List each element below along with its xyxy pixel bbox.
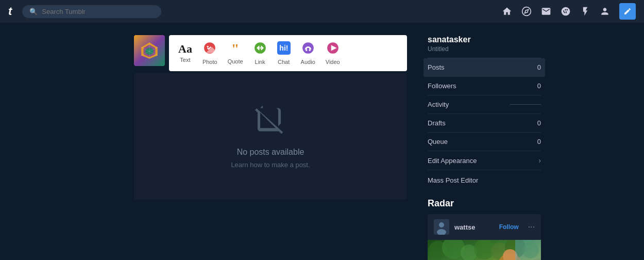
- radar-section: Radar wattse Follow ···: [428, 198, 541, 260]
- post-type-text[interactable]: Aa Text: [178, 43, 192, 63]
- svg-point-9: [207, 46, 209, 47]
- stat-row-followers[interactable]: Followers 0: [428, 77, 541, 95]
- svg-rect-31: [515, 240, 541, 260]
- svg-marker-1: [524, 9, 528, 13]
- stat-value-queue: 0: [537, 138, 541, 145]
- video-post-icon: [326, 41, 340, 57]
- radar-title: Radar: [428, 198, 541, 209]
- stat-row-queue[interactable]: Queue 0: [428, 133, 541, 151]
- top-navigation: t 🔍: [0, 0, 644, 23]
- text-post-label: Text: [180, 57, 190, 63]
- radar-image: [428, 240, 541, 260]
- smiley-icon[interactable]: [561, 6, 571, 17]
- radar-user-avatar: [434, 219, 449, 235]
- chat-post-label: Chat: [278, 59, 290, 65]
- search-bar-container[interactable]: 🔍: [22, 5, 161, 18]
- post-type-photo[interactable]: Photo: [202, 41, 217, 65]
- radar-username: wattse: [454, 223, 494, 231]
- envelope-icon[interactable]: [541, 6, 551, 17]
- stat-value-posts: 0: [537, 63, 541, 71]
- svg-point-19: [439, 222, 444, 228]
- center-column: Aa Text Photo " Quote Link: [134, 35, 407, 260]
- radar-card: wattse Follow ···: [428, 214, 541, 260]
- stat-value-drafts: 0: [537, 119, 541, 127]
- stat-label-queue: Queue: [428, 138, 448, 145]
- no-posts-title: No posts available: [237, 148, 304, 157]
- no-posts-area: No posts available Learn how to make a p…: [134, 73, 407, 200]
- post-type-audio[interactable]: Audio: [301, 41, 315, 65]
- svg-point-13: [302, 42, 314, 54]
- audio-post-label: Audio: [301, 59, 315, 65]
- stat-label-drafts: Drafts: [428, 119, 446, 127]
- compose-icon[interactable]: [619, 3, 636, 20]
- tumblr-logo[interactable]: t: [8, 5, 12, 18]
- post-type-chat[interactable]: hi! Chat: [277, 41, 291, 65]
- stat-label-activity: Activity: [428, 101, 449, 108]
- stat-row-drafts[interactable]: Drafts 0: [428, 114, 541, 133]
- blog-avatar[interactable]: [134, 35, 165, 66]
- stat-row-posts[interactable]: Posts 0: [423, 58, 545, 77]
- mass-post-editor-label: Mass Post Editor: [428, 176, 478, 184]
- blog-subtitle: Untitled: [428, 45, 541, 53]
- activity-chart-line: [510, 104, 541, 105]
- post-type-video[interactable]: Video: [326, 41, 340, 65]
- text-post-icon: Aa: [178, 43, 192, 55]
- chat-post-icon: hi!: [277, 41, 291, 57]
- svg-text:hi!: hi!: [279, 44, 288, 52]
- link-post-label: Link: [255, 59, 265, 65]
- photo-post-icon: [203, 41, 216, 57]
- post-type-link[interactable]: Link: [253, 41, 267, 65]
- radar-user-row: wattse Follow ···: [428, 214, 541, 240]
- right-sidebar: sanatasker Untitled Posts 0 Followers 0 …: [428, 35, 541, 260]
- follow-button[interactable]: Follow: [499, 223, 519, 231]
- person-icon[interactable]: [600, 6, 610, 17]
- no-posts-icon: [255, 104, 286, 141]
- photo-post-label: Photo: [202, 59, 217, 65]
- edit-appearance-row[interactable]: Edit Appearance ›: [428, 151, 541, 170]
- blog-header-row: Aa Text Photo " Quote Link: [134, 35, 407, 71]
- compass-icon[interactable]: [521, 6, 532, 17]
- stat-label-followers: Followers: [428, 82, 456, 90]
- stat-row-activity[interactable]: Activity: [428, 95, 541, 114]
- home-icon[interactable]: [502, 6, 512, 17]
- mass-post-editor-row[interactable]: Mass Post Editor: [428, 170, 541, 190]
- edit-appearance-label: Edit Appearance: [428, 157, 477, 165]
- audio-post-icon: [301, 41, 315, 57]
- link-post-icon: [253, 41, 267, 57]
- post-type-toolbar: Aa Text Photo " Quote Link: [169, 35, 407, 71]
- sidebar-stats: Posts 0 Followers 0 Activity Drafts 0 Qu…: [428, 58, 541, 190]
- stat-label-posts: Posts: [428, 63, 445, 71]
- svg-point-0: [522, 7, 531, 16]
- quote-post-label: Quote: [228, 58, 243, 64]
- blog-name: sanatasker: [428, 35, 541, 44]
- quote-post-icon: ": [231, 42, 240, 56]
- chevron-right-icon: ›: [538, 156, 541, 165]
- post-type-quote[interactable]: " Quote: [228, 42, 243, 64]
- nav-icons: [502, 3, 636, 20]
- radar-more-icon[interactable]: ···: [528, 222, 535, 232]
- no-posts-subtitle: Learn how to make a post.: [231, 161, 310, 169]
- stat-value-followers: 0: [537, 82, 541, 90]
- main-content: Aa Text Photo " Quote Link: [0, 23, 644, 260]
- search-input[interactable]: [42, 8, 154, 15]
- search-icon: 🔍: [29, 8, 38, 15]
- lightning-icon[interactable]: [580, 6, 590, 17]
- video-post-label: Video: [326, 59, 340, 65]
